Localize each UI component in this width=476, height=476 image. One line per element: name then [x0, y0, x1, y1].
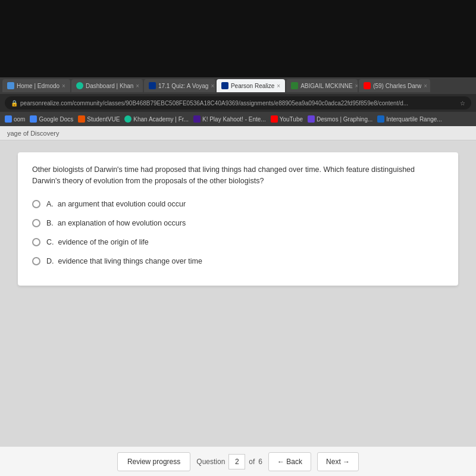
tab-bar: Home | Edmodo × Dashboard | Khan × 17.1 … [0, 77, 476, 94]
bookmark-label-zoom: oom [14, 116, 25, 123]
tab-favicon-edmodo [7, 82, 14, 89]
bookmark-khan[interactable]: Khan Academy | Fr... [124, 115, 189, 123]
bookmark-icon-desmos [308, 115, 315, 123]
tab-charles[interactable]: (59) Charles Darw × [359, 79, 430, 92]
tab-close-quiz[interactable]: × [211, 83, 214, 89]
tab-close-charles[interactable]: × [424, 83, 427, 89]
question-number: 2 [228, 454, 245, 469]
bookmark-docs[interactable]: Google Docs [30, 115, 73, 123]
bookmark-label-khan: Khan Academy | Fr... [133, 116, 189, 123]
total-questions: 6 [258, 458, 262, 466]
address-bar: 🔒 pearsonrealize.com/community/classes/9… [0, 94, 476, 112]
answer-option-b[interactable]: B. an explanation of how evolution occur… [32, 217, 444, 230]
main-content: Other biologists of Darwin's time had pr… [0, 140, 476, 476]
bookmark-label-docs: Google Docs [39, 116, 73, 123]
bookmark-icon-student [78, 115, 85, 123]
question-text: Other biologists of Darwin's time had pr… [32, 164, 444, 187]
tab-label-khan: Dashboard | Khan [86, 83, 133, 89]
star-icon[interactable]: ☆ [460, 100, 465, 107]
question-label: Question [196, 458, 225, 466]
bookmark-icon-zoom [5, 115, 12, 123]
bottom-bar: Review progress Question 2 of 6 ← Back N… [0, 446, 476, 476]
bookmark-student[interactable]: StudentVUE [78, 115, 120, 123]
tab-favicon-pearson [221, 82, 228, 89]
bookmark-kahoot[interactable]: K! Play Kahoot! - Ente... [193, 115, 266, 123]
bookmark-zoom[interactable]: oom [5, 115, 25, 123]
bookmark-icon-kahoot [193, 115, 201, 123]
tab-label-pearson: Pearson Realize [231, 83, 274, 89]
bookmark-iqr[interactable]: Interquartile Range... [377, 115, 441, 123]
back-button[interactable]: ← Back [268, 452, 311, 471]
answer-label-a: A. an argument that evolution could occu… [46, 200, 186, 208]
tab-label-quiz: 17.1 Quiz: A Voyag [158, 83, 209, 89]
page-breadcrumb: yage of Discovery [0, 126, 476, 140]
bookmark-icon-khan [124, 115, 131, 123]
tab-favicon-abigail [291, 82, 298, 89]
of-label: of [249, 458, 255, 466]
next-button[interactable]: Next → [317, 452, 359, 471]
url-input[interactable]: 🔒 pearsonrealize.com/community/classes/9… [5, 96, 471, 109]
tab-khan[interactable]: Dashboard | Khan × [71, 79, 143, 92]
bookmark-label-youtube: YouTube [280, 116, 303, 123]
answer-label-b: B. an explanation of how evolution occur… [46, 219, 186, 227]
radio-a[interactable] [32, 200, 40, 208]
tab-favicon-khan [76, 82, 83, 89]
bookmark-label-iqr: Interquartile Range... [386, 116, 441, 123]
bookmark-desmos[interactable]: Desmos | Graphing... [308, 115, 372, 123]
bookmark-label-kahoot: K! Play Kahoot! - Ente... [202, 116, 266, 123]
tab-close-pearson[interactable]: × [277, 83, 280, 89]
bookmark-icon-youtube [271, 115, 278, 123]
answer-label-c: C. evidence of the origin of life [46, 238, 149, 246]
answer-option-a[interactable]: A. an argument that evolution could occu… [32, 198, 444, 211]
review-progress-button[interactable]: Review progress [117, 452, 190, 471]
bookmark-label-desmos: Desmos | Graphing... [317, 116, 372, 123]
answer-option-d[interactable]: D. evidence that living things change ov… [32, 255, 444, 268]
question-counter: Question 2 of 6 [196, 454, 262, 469]
tab-close-edmodo[interactable]: × [62, 83, 65, 89]
radio-c[interactable] [32, 238, 40, 246]
bookmark-label-student: StudentVUE [87, 116, 120, 123]
tab-pearson[interactable]: Pearson Realize × [217, 79, 285, 92]
radio-d[interactable] [32, 257, 40, 265]
answer-label-d: D. evidence that living things change ov… [46, 257, 202, 265]
tab-label-charles: (59) Charles Darw [373, 83, 421, 89]
question-card: Other biologists of Darwin's time had pr… [18, 152, 458, 286]
url-text: pearsonrealize.com/community/classes/90B… [20, 100, 408, 107]
tab-edmodo[interactable]: Home | Edmodo × [2, 79, 70, 92]
bookmark-icon-docs [30, 115, 37, 123]
tab-close-khan[interactable]: × [136, 83, 139, 89]
tab-favicon-charles [364, 82, 371, 89]
bookmark-youtube[interactable]: YouTube [271, 115, 303, 123]
bookmark-icon-iqr [377, 115, 384, 123]
tab-abigail[interactable]: ABIGAIL MCKINNE × [286, 79, 358, 92]
tab-label-abigail: ABIGAIL MCKINNE [300, 83, 352, 89]
bookmarks-bar: oom Google Docs StudentVUE Khan Academy … [0, 112, 476, 126]
tab-close-abigail[interactable]: × [355, 83, 358, 89]
tab-quiz[interactable]: 17.1 Quiz: A Voyag × [144, 79, 215, 92]
breadcrumb-text: yage of Discovery [7, 130, 59, 137]
secure-icon: 🔒 [11, 100, 18, 107]
tab-label-edmodo: Home | Edmodo [17, 83, 60, 89]
answer-option-c[interactable]: C. evidence of the origin of life [32, 236, 444, 249]
tab-favicon-quiz [149, 82, 156, 89]
radio-b[interactable] [32, 219, 40, 227]
